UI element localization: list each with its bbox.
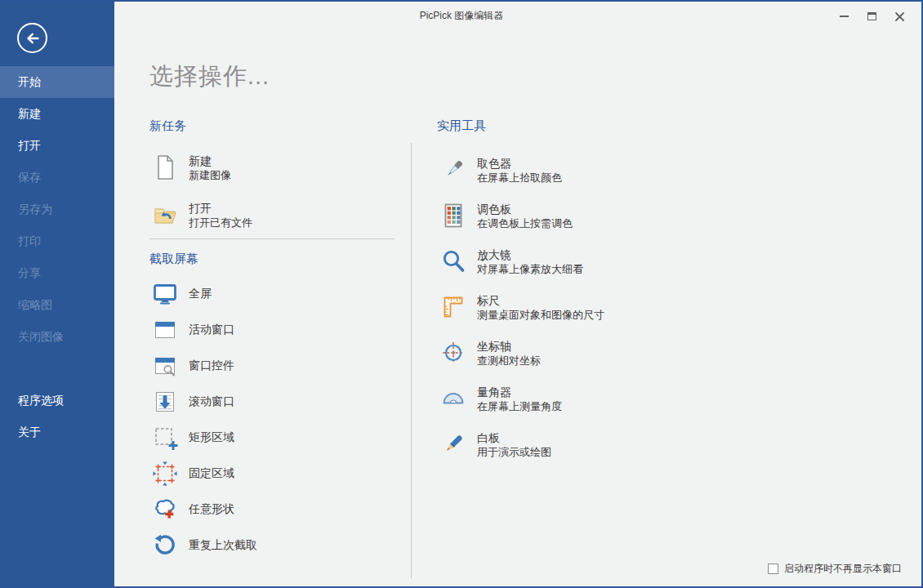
sidebar: 开始 新建 打开 保存 另存为 打印 分享 缩略图 关闭图像 程序选项 关于 [0, 2, 114, 586]
sidebar-item-save[interactable]: 保存 [0, 162, 114, 194]
tool-ruler-item[interactable]: 标尺 测量桌面对象和图像的尺寸 [439, 284, 701, 330]
ruler-icon [439, 294, 467, 320]
item-subtitle: 打开已有文件 [189, 216, 252, 229]
section-header-tools: 实用工具 [437, 118, 486, 134]
item-title: 坐标轴 [477, 339, 541, 354]
section-header-screen-capture: 截取屏幕 [149, 252, 198, 267]
item-subtitle: 用于演示或绘图 [477, 445, 551, 459]
rectangle-region-icon [151, 425, 179, 451]
back-button[interactable] [17, 23, 47, 53]
tool-magnifier-item[interactable]: 放大镜 对屏幕上像素放大细看 [439, 238, 701, 284]
capture-fixed-region-item[interactable]: 固定区域 [151, 456, 396, 492]
capture-window-control-item[interactable]: 窗口控件 [151, 348, 396, 384]
item-title: 量角器 [477, 385, 562, 399]
item-title: 打开 [189, 201, 252, 216]
item-title: 滚动窗口 [189, 394, 234, 409]
item-title: 新建 [189, 154, 231, 168]
repeat-capture-icon [151, 532, 179, 559]
item-title: 矩形区域 [189, 430, 234, 445]
color-picker-icon [439, 157, 467, 183]
capture-rectangle-region-item[interactable]: 矩形区域 [151, 420, 396, 456]
sidebar-item-close-image[interactable]: 关闭图像 [0, 321, 114, 353]
page-title: 选择操作... [149, 60, 270, 93]
picpick-window: PicPick 图像编辑器 开始 新建 打开 保存 另存为 打印 [0, 0, 923, 588]
fixed-region-icon [151, 461, 179, 487]
sidebar-item-start[interactable]: 开始 [0, 66, 114, 98]
capture-active-window-item[interactable]: 活动窗口 [151, 312, 396, 348]
item-subtitle: 在屏幕上拾取颜色 [477, 171, 562, 185]
startup-checkbox-row: 启动程序时不再显示本窗口 [768, 562, 902, 576]
sidebar-item-options[interactable]: 程序选项 [0, 385, 114, 416]
section-header-new-tasks: 新任务 [149, 118, 186, 134]
capture-freeform-item[interactable]: 任意形状 [151, 492, 396, 528]
open-folder-icon [151, 202, 179, 228]
item-title: 活动窗口 [189, 323, 234, 337]
back-arrow-icon [25, 30, 41, 47]
scrolling-window-icon [151, 389, 179, 415]
item-title: 任意形状 [189, 502, 234, 517]
item-subtitle: 在屏幕上测量角度 [477, 399, 562, 413]
item-title: 放大镜 [477, 247, 583, 262]
item-subtitle: 在调色板上按需调色 [477, 216, 573, 230]
item-title: 调色板 [477, 202, 573, 216]
tool-color-picker-item[interactable]: 取色器 在屏幕上拾取颜色 [439, 147, 701, 193]
tool-color-palette-item[interactable]: 调色板 在调色板上按需调色 [439, 193, 701, 238]
capture-repeat-last-item[interactable]: 重复上次截取 [151, 528, 396, 564]
item-subtitle: 查测相对坐标 [477, 354, 541, 368]
item-title: 固定区域 [189, 466, 234, 481]
sidebar-item-open[interactable]: 打开 [0, 130, 114, 162]
sidebar-item-about[interactable]: 关于 [0, 416, 114, 448]
sidebar-item-save-as[interactable]: 另存为 [0, 194, 114, 225]
tool-crosshair-item[interactable]: 坐标轴 查测相对坐标 [439, 330, 701, 376]
protractor-icon [439, 385, 467, 412]
item-title: 重复上次截取 [189, 538, 257, 553]
dont-show-checkbox[interactable] [768, 564, 778, 574]
active-window-icon [151, 317, 179, 343]
item-title: 白板 [477, 430, 551, 445]
sidebar-nav: 开始 新建 打开 保存 另存为 打印 分享 缩略图 关闭图像 [0, 66, 114, 353]
fullscreen-monitor-icon [151, 281, 179, 307]
main-content: 选择操作... 新任务 截取屏幕 实用工具 新建 新建图像 [114, 2, 921, 586]
color-palette-icon [439, 203, 467, 229]
tool-whiteboard-item[interactable]: 白板 用于演示或绘图 [439, 421, 701, 467]
sidebar-item-print[interactable]: 打印 [0, 225, 114, 257]
new-document-icon [151, 154, 179, 181]
item-title: 取色器 [477, 156, 562, 171]
capture-scrolling-window-item[interactable]: 滚动窗口 [151, 384, 396, 420]
window-control-icon [151, 353, 179, 379]
item-subtitle: 测量桌面对象和图像的尺寸 [477, 308, 604, 322]
item-title: 全屏 [189, 287, 212, 301]
item-subtitle: 新建图像 [189, 168, 231, 182]
capture-fullscreen-item[interactable]: 全屏 [151, 276, 396, 312]
sidebar-item-thumbnail[interactable]: 缩略图 [0, 289, 114, 321]
sidebar-item-new[interactable]: 新建 [0, 98, 114, 130]
whiteboard-pen-icon [439, 431, 467, 457]
sidebar-item-share[interactable]: 分享 [0, 257, 114, 289]
crosshair-icon [439, 340, 467, 366]
dont-show-checkbox-label: 启动程序时不再显示本窗口 [784, 562, 902, 576]
horizontal-divider [149, 238, 395, 239]
vertical-divider [411, 143, 412, 578]
new-image-item[interactable]: 新建 新建图像 [151, 149, 396, 186]
item-subtitle: 对屏幕上像素放大细看 [477, 262, 583, 276]
freeform-region-icon [151, 497, 179, 523]
sidebar-nav-bottom: 程序选项 关于 [0, 385, 114, 448]
open-file-item[interactable]: 打开 打开已有文件 [151, 196, 396, 234]
item-title: 标尺 [477, 293, 604, 308]
magnifier-icon [439, 248, 467, 274]
tool-protractor-item[interactable]: 量角器 在屏幕上测量角度 [439, 376, 701, 421]
item-title: 窗口控件 [189, 359, 234, 373]
